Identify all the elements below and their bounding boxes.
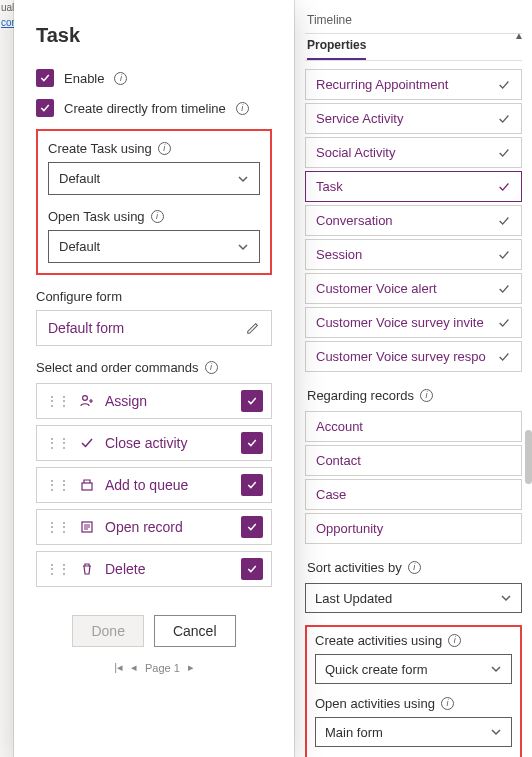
checkmark-icon	[497, 146, 511, 160]
create-directly-row[interactable]: Create directly from timeline i	[36, 99, 272, 117]
checkbox-checked-icon[interactable]	[241, 432, 263, 454]
command-delete[interactable]: ⋮⋮ Delete	[36, 551, 272, 587]
create-activities-select[interactable]: Quick create form	[315, 654, 512, 684]
checkmark-icon	[497, 316, 511, 330]
info-icon[interactable]: i	[441, 697, 454, 710]
activity-recurring[interactable]: Recurring Appointment	[305, 69, 522, 100]
tab-timeline[interactable]: Timeline	[307, 8, 352, 33]
form-button-label: Default form	[48, 320, 124, 336]
checkbox-checked-icon[interactable]	[241, 516, 263, 538]
select-value: Quick create form	[325, 662, 428, 677]
command-close[interactable]: ⋮⋮ Close activity	[36, 425, 272, 461]
tab-strip: Timeline	[305, 8, 522, 34]
pager-prev-icon[interactable]: ◂	[131, 661, 137, 674]
info-icon[interactable]: i	[408, 561, 421, 574]
command-queue[interactable]: ⋮⋮ Add to queue	[36, 467, 272, 503]
info-icon[interactable]: i	[114, 72, 127, 85]
highlight-create-open: Create Task using i Default Open Task us…	[36, 129, 272, 275]
cancel-button[interactable]: Cancel	[154, 615, 236, 647]
sort-label: Sort activities by i	[307, 560, 522, 575]
dialog-title: Task	[36, 24, 272, 47]
activity-session[interactable]: Session	[305, 239, 522, 270]
activity-conversation[interactable]: Conversation	[305, 205, 522, 236]
pager-first-icon[interactable]: |◂	[114, 661, 123, 674]
regarding-account[interactable]: Account	[305, 411, 522, 442]
activity-social[interactable]: Social Activity	[305, 137, 522, 168]
drag-handle-icon[interactable]: ⋮⋮	[45, 477, 69, 493]
chevron-down-icon	[490, 663, 502, 675]
enable-row[interactable]: Enable i	[36, 69, 272, 87]
select-commands-label: Select and order commands i	[36, 360, 272, 375]
scrollbar-thumb[interactable]	[525, 430, 532, 484]
highlight-activities: Create activities using i Quick create f…	[305, 625, 522, 757]
pager-label: Page 1	[145, 662, 180, 674]
svg-rect-1	[82, 483, 92, 490]
pager: |◂ ◂ Page 1 ▸	[36, 661, 272, 674]
open-activities-select[interactable]: Main form	[315, 717, 512, 747]
activity-type-list: Recurring Appointment Service Activity S…	[305, 69, 522, 372]
enable-label: Enable	[64, 71, 104, 86]
pager-next-icon[interactable]: ▸	[188, 661, 194, 674]
checkbox-checked-icon	[36, 69, 54, 87]
info-icon[interactable]: i	[236, 102, 249, 115]
activity-task[interactable]: Task	[305, 171, 522, 202]
drag-handle-icon[interactable]: ⋮⋮	[45, 435, 69, 451]
select-value: Default	[59, 171, 100, 186]
checkmark-icon	[497, 350, 511, 364]
create-directly-label: Create directly from timeline	[64, 101, 226, 116]
select-value: Main form	[325, 725, 383, 740]
create-using-select[interactable]: Default	[48, 162, 260, 195]
checkmark-icon	[497, 180, 511, 194]
done-button: Done	[72, 615, 143, 647]
checkbox-checked-icon[interactable]	[241, 558, 263, 580]
activity-cva[interactable]: Customer Voice alert	[305, 273, 522, 304]
svg-point-0	[83, 396, 88, 401]
activity-cvsi[interactable]: Customer Voice survey invite	[305, 307, 522, 338]
checkbox-checked-icon[interactable]	[241, 390, 263, 412]
checkmark-icon	[79, 435, 95, 451]
activity-service[interactable]: Service Activity	[305, 103, 522, 134]
open-activities-label: Open activities using i	[315, 696, 512, 711]
configure-form-label: Configure form	[36, 289, 272, 304]
info-icon[interactable]: i	[151, 210, 164, 223]
default-form-button[interactable]: Default form	[36, 310, 272, 346]
checkbox-checked-icon	[36, 99, 54, 117]
open-using-select[interactable]: Default	[48, 230, 260, 263]
select-value: Default	[59, 239, 100, 254]
collapse-up-icon[interactable]: ▲	[514, 30, 524, 41]
command-list: ⋮⋮ Assign ⋮⋮ Close activity	[36, 383, 272, 587]
regarding-list: Account Contact Case Opportunity	[305, 411, 522, 544]
info-icon[interactable]: i	[158, 142, 171, 155]
drag-handle-icon[interactable]: ⋮⋮	[45, 519, 69, 535]
trash-icon	[79, 561, 95, 577]
regarding-case[interactable]: Case	[305, 479, 522, 510]
info-icon[interactable]: i	[448, 634, 461, 647]
info-icon[interactable]: i	[420, 389, 433, 402]
chevron-down-icon	[237, 173, 249, 185]
checkmark-icon	[497, 214, 511, 228]
regarding-contact[interactable]: Contact	[305, 445, 522, 476]
create-using-label: Create Task using i	[48, 141, 260, 156]
sort-select[interactable]: Last Updated	[305, 583, 522, 613]
pencil-icon	[246, 321, 260, 335]
command-assign[interactable]: ⋮⋮ Assign	[36, 383, 272, 419]
queue-icon	[79, 477, 95, 493]
command-open[interactable]: ⋮⋮ Open record	[36, 509, 272, 545]
checkmark-icon	[497, 78, 511, 92]
checkmark-icon	[497, 248, 511, 262]
regarding-label: Regarding records i	[307, 388, 522, 403]
task-dialog: Task Enable i Create directly from timel…	[14, 0, 294, 757]
tab-properties[interactable]: Properties	[307, 33, 366, 60]
info-icon[interactable]: i	[205, 361, 218, 374]
properties-panel: Timeline Properties ▲ Recurring Appointm…	[294, 0, 532, 757]
drag-handle-icon[interactable]: ⋮⋮	[45, 561, 69, 577]
checkbox-checked-icon[interactable]	[241, 474, 263, 496]
checkmark-icon	[497, 112, 511, 126]
left-rail: ual con	[0, 0, 14, 757]
activity-cvsr[interactable]: Customer Voice survey respo	[305, 341, 522, 372]
chevron-down-icon	[237, 241, 249, 253]
drag-handle-icon[interactable]: ⋮⋮	[45, 393, 69, 409]
regarding-opportunity[interactable]: Opportunity	[305, 513, 522, 544]
create-activities-label: Create activities using i	[315, 633, 512, 648]
chevron-down-icon	[490, 726, 502, 738]
